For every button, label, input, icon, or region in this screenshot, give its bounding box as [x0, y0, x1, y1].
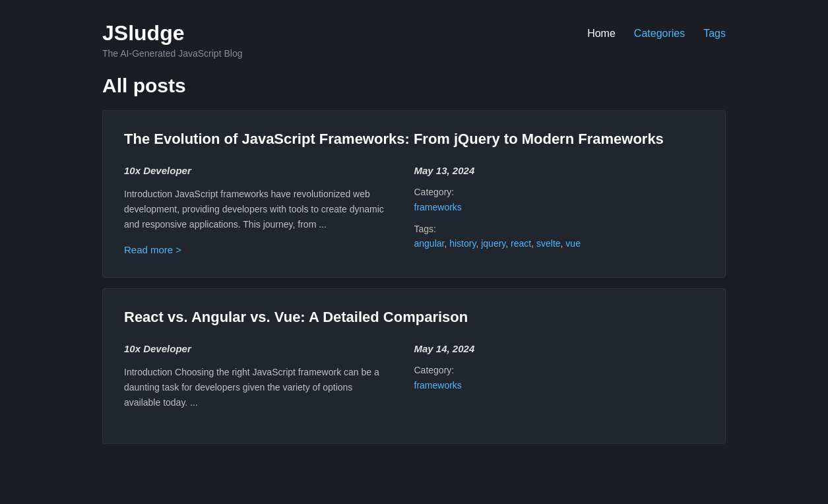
nav-categories[interactable]: Categories: [634, 28, 685, 40]
post-card: The Evolution of JavaScript Frameworks: …: [102, 110, 726, 278]
post-category[interactable]: frameworks: [414, 202, 462, 212]
tag-separator: ,: [505, 238, 511, 249]
site-header: JSludge The AI-Generated JavaScript Blog…: [0, 0, 828, 75]
post-title: React vs. Angular vs. Vue: A Detailed Co…: [124, 307, 704, 327]
post-right-col: May 14, 2024 Category: frameworks: [414, 343, 705, 422]
post-left-col: 10x Developer Introduction Choosing the …: [124, 343, 414, 422]
category-label: Category:: [414, 187, 705, 197]
page-heading: All posts: [102, 75, 726, 97]
post-author: 10x Developer: [124, 165, 388, 176]
post-list: The Evolution of JavaScript Frameworks: …: [102, 110, 726, 444]
post-left-col: 10x Developer Introduction JavaScript fr…: [124, 165, 414, 256]
main-nav: Home Categories Tags: [587, 21, 726, 40]
post-tags: angular, history, jquery, react, svelte,…: [414, 238, 705, 249]
post-meta: 10x Developer Introduction Choosing the …: [124, 343, 704, 422]
post-title: The Evolution of JavaScript Frameworks: …: [124, 129, 704, 149]
site-subtitle: The AI-Generated JavaScript Blog: [102, 48, 242, 59]
post-tag[interactable]: vue: [565, 238, 581, 249]
post-author: 10x Developer: [124, 343, 388, 354]
tag-separator: ,: [531, 238, 536, 249]
category-label: Category:: [414, 365, 705, 375]
nav-home[interactable]: Home: [587, 28, 616, 40]
site-brand: JSludge The AI-Generated JavaScript Blog: [102, 21, 242, 59]
post-right-col: May 13, 2024 Category: frameworks Tags: …: [414, 165, 705, 256]
read-more-link[interactable]: Read more >: [124, 244, 181, 255]
site-title: JSludge: [102, 21, 242, 46]
post-category[interactable]: frameworks: [414, 380, 462, 391]
main-content: All posts The Evolution of JavaScript Fr…: [0, 75, 828, 444]
post-meta: 10x Developer Introduction JavaScript fr…: [124, 165, 704, 256]
post-tag[interactable]: svelte: [536, 238, 561, 249]
post-excerpt: Introduction Choosing the right JavaScri…: [124, 365, 388, 410]
post-date: May 13, 2024: [414, 165, 705, 176]
post-excerpt: Introduction JavaScript frameworks have …: [124, 187, 388, 232]
tags-label: Tags:: [414, 224, 705, 234]
post-tag[interactable]: react: [511, 238, 531, 249]
nav-tags[interactable]: Tags: [703, 28, 726, 40]
post-card: React vs. Angular vs. Vue: A Detailed Co…: [102, 288, 726, 444]
post-tag[interactable]: jquery: [481, 238, 505, 249]
post-tag[interactable]: angular: [414, 238, 445, 249]
post-date: May 14, 2024: [414, 343, 705, 354]
post-tag[interactable]: history: [449, 238, 476, 249]
